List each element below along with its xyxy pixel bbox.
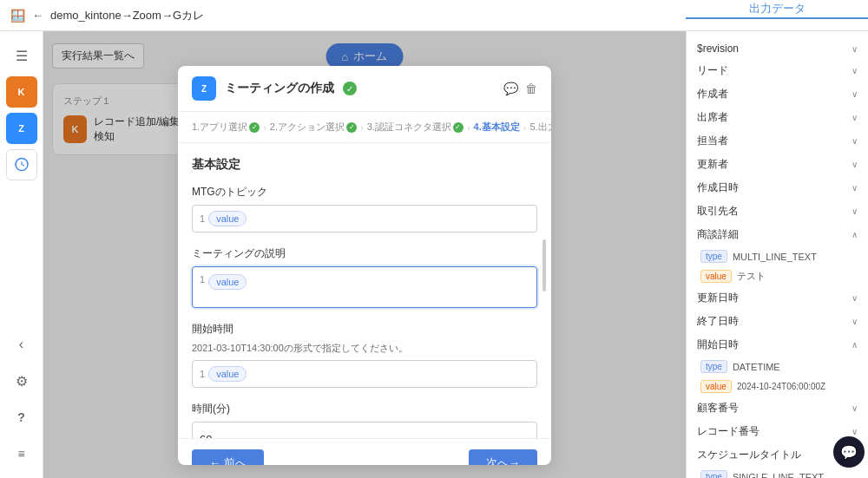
wizard-step-5[interactable]: 5.出力確認 bbox=[529, 121, 551, 134]
wizard-step-1[interactable]: 1.アプリ選択 ✓ bbox=[192, 121, 260, 134]
output-data-title: 出力データ bbox=[686, 0, 868, 19]
chevron-down-icon: ∨ bbox=[852, 44, 858, 54]
form-group-duration: 時間(分) 60 bbox=[192, 402, 537, 438]
chevron-up-icon: ∧ bbox=[852, 230, 858, 239]
right-panel: $revision ∨ リード ∨ 作成者 ∨ 出席者 ∨ 担当者 ∨ 更新者 … bbox=[686, 31, 868, 478]
panel-item-company[interactable]: 取引先名 ∨ bbox=[687, 200, 868, 223]
sidebar-menu-icon[interactable]: ☰ bbox=[6, 40, 37, 71]
panel-item-creator[interactable]: 作成者 ∨ bbox=[687, 82, 868, 106]
form-input-start-time[interactable]: 1 value bbox=[192, 360, 537, 388]
tag-pill-3[interactable]: value bbox=[208, 366, 247, 382]
modal-header: Z ミーティングの作成 ✓ 💬 🗑 bbox=[178, 66, 551, 112]
panel-item-customer-num[interactable]: 顧客番号 ∨ bbox=[687, 396, 868, 420]
form-group-description: ミーティングの説明 1 value bbox=[192, 246, 537, 308]
form-input-description[interactable]: 1 value bbox=[192, 266, 537, 308]
panel-item-revision[interactable]: $revision ∨ bbox=[687, 38, 868, 59]
panel-item-updater[interactable]: 更新者 ∨ bbox=[687, 153, 868, 176]
sidebar-google-icon[interactable] bbox=[6, 149, 37, 180]
sidebar-zoom-icon[interactable]: Z bbox=[6, 113, 37, 144]
panel-item-assignee[interactable]: 担当者 ∨ bbox=[687, 129, 868, 153]
chevron-down-icon: ∨ bbox=[852, 206, 858, 216]
chevron-down-icon: ∨ bbox=[852, 183, 858, 193]
form-label-topic: MTGのトピック bbox=[192, 185, 537, 200]
chevron-down-icon: ∨ bbox=[852, 293, 858, 303]
wizard-step-3[interactable]: 3.認証コネクタ選択 ✓ bbox=[367, 121, 464, 134]
chevron-down-icon: ∨ bbox=[852, 89, 858, 99]
next-button[interactable]: 次へ→ bbox=[469, 449, 537, 465]
sidebar-help-icon[interactable]: ? bbox=[6, 402, 37, 433]
modal-overlay: Z ミーティングの作成 ✓ 💬 🗑 1.アプリ選択 ✓ › 2.アクション選択 bbox=[43, 31, 686, 478]
panel-sub-item-deal-type: type MULTI_LINE_TEXT bbox=[687, 246, 868, 266]
wizard-step-2[interactable]: 2.アクション選択 ✓ bbox=[270, 121, 357, 134]
panel-sub-item-deal-value: value テスト bbox=[687, 266, 868, 286]
breadcrumb: demo_kintone→Zoom→Gカレ bbox=[50, 8, 204, 23]
form-input-duration[interactable]: 60 bbox=[192, 422, 537, 438]
modal-footer: ← 前へ 次へ→ bbox=[178, 438, 551, 465]
form-group-start-time: 開始時間 2021-03-10T14:30:00の形式で指定してください。 1 … bbox=[192, 322, 537, 388]
left-sidebar: ☰ K Z ‹ ⚙ ? ≡ bbox=[0, 31, 43, 478]
tag-num-3: 1 bbox=[200, 369, 205, 379]
modal-body: 基本設定 MTGのトピック 1 value ミーティングの説明 bbox=[178, 143, 551, 438]
panel-sub-item-start-value: value 2024-10-24T06:00:00Z bbox=[687, 377, 868, 396]
panel-item-start-at[interactable]: 開始日時 ∧ bbox=[687, 333, 868, 357]
form-input-topic[interactable]: 1 value bbox=[192, 205, 537, 232]
chevron-down-icon: ∨ bbox=[852, 317, 858, 326]
panel-item-updated-at[interactable]: 更新日時 ∨ bbox=[687, 286, 868, 310]
chevron-down-icon: ∨ bbox=[852, 66, 858, 75]
chevron-down-icon: ∨ bbox=[852, 136, 858, 146]
tag-num-1: 1 bbox=[200, 213, 205, 224]
chevron-down-icon: ∨ bbox=[852, 160, 858, 169]
chat-bubble[interactable]: 💬 bbox=[833, 436, 865, 468]
panel-item-created-at[interactable]: 作成日時 ∨ bbox=[687, 176, 868, 200]
chevron-down-icon: ∨ bbox=[852, 113, 858, 122]
chevron-up-icon: ∧ bbox=[852, 340, 858, 350]
tag-pill-2[interactable]: value bbox=[208, 274, 247, 290]
form-label-start-time: 開始時間 bbox=[192, 322, 537, 337]
form-group-topic: MTGのトピック 1 value bbox=[192, 185, 537, 232]
form-hint-start-time: 2021-03-10T14:30:00の形式で指定してください。 bbox=[192, 342, 537, 355]
panel-item-attendee[interactable]: 出席者 ∨ bbox=[687, 106, 868, 129]
sidebar-history-icon[interactable]: ≡ bbox=[6, 438, 37, 469]
modal-trash-icon[interactable]: 🗑 bbox=[525, 82, 537, 95]
back-icon[interactable]: ← bbox=[32, 9, 43, 22]
top-bar: 🪟 ← demo_kintone→Zoom→Gカレ 出力データ bbox=[0, 0, 868, 31]
wizard-steps: 1.アプリ選択 ✓ › 2.アクション選択 ✓ › 3.認証コネクタ選択 ✓ ›… bbox=[178, 112, 551, 143]
panel-item-lead[interactable]: リード ∨ bbox=[687, 59, 868, 82]
modal-scroll-indicator[interactable] bbox=[542, 239, 546, 291]
chevron-down-icon: ∨ bbox=[852, 427, 858, 436]
panel-sub-item-start-type: type DATETIME bbox=[687, 357, 868, 377]
modal-section-title: 基本設定 bbox=[192, 157, 537, 173]
tag-num-2: 1 bbox=[200, 274, 205, 285]
sidebar-chevron-left[interactable]: ‹ bbox=[6, 329, 37, 360]
modal-title: ミーティングの作成 bbox=[225, 81, 334, 96]
form-label-duration: 時間(分) bbox=[192, 402, 537, 416]
modal-app-icon: Z bbox=[192, 76, 216, 101]
sidebar-settings-icon[interactable]: ⚙ bbox=[6, 365, 37, 396]
wizard-step-4[interactable]: 4.基本設定 bbox=[474, 121, 520, 134]
tag-pill-1[interactable]: value bbox=[208, 211, 247, 226]
modal-check: ✓ bbox=[343, 82, 357, 95]
form-label-description: ミーティングの説明 bbox=[192, 246, 537, 261]
panel-item-end-at[interactable]: 終了日時 ∨ bbox=[687, 310, 868, 333]
window-icon: 🪟 bbox=[10, 9, 25, 23]
chat-icon: 💬 bbox=[840, 444, 858, 461]
panel-sub-item-sched-type: type SINGLE_LINE_TEXT bbox=[687, 467, 868, 478]
chevron-down-icon: ∨ bbox=[852, 403, 858, 413]
main-canvas: 実行結果一覧へ ⌂ ホーム ステップ１ K レコード追加/編集の検知 ✓ + ス… bbox=[43, 31, 686, 478]
duration-value: 60 bbox=[200, 428, 212, 438]
modal-comment-icon[interactable]: 💬 bbox=[503, 82, 518, 95]
sidebar-kintone-icon[interactable]: K bbox=[6, 76, 37, 108]
prev-button[interactable]: ← 前へ bbox=[192, 449, 264, 465]
modal: Z ミーティングの作成 ✓ 💬 🗑 1.アプリ選択 ✓ › 2.アクション選択 bbox=[178, 66, 551, 465]
panel-item-deal-detail[interactable]: 商談詳細 ∧ bbox=[687, 223, 868, 246]
